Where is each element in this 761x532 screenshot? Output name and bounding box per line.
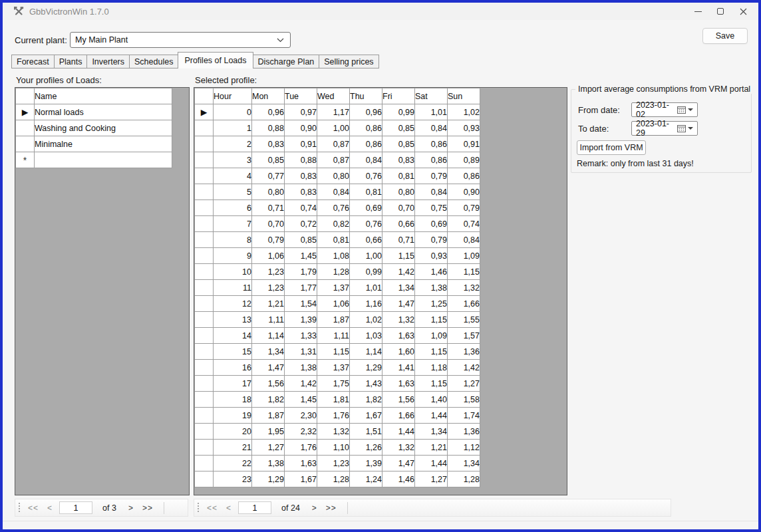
value-cell[interactable]: 1,46 xyxy=(382,471,415,487)
value-cell[interactable]: 1,74 xyxy=(448,408,480,424)
value-cell[interactable]: 1,21 xyxy=(252,296,285,312)
column-header-tue[interactable]: Tue xyxy=(285,88,317,104)
hour-cell[interactable]: 12 xyxy=(214,296,252,312)
value-cell[interactable]: 1,29 xyxy=(350,360,382,376)
value-cell[interactable]: 0,83 xyxy=(285,184,317,200)
row-selector[interactable] xyxy=(195,424,214,440)
value-cell[interactable]: 1,06 xyxy=(317,296,350,312)
value-cell[interactable]: 0,85 xyxy=(252,152,285,168)
hour-cell[interactable]: 14 xyxy=(214,328,252,344)
value-cell[interactable]: 0,76 xyxy=(350,216,382,232)
column-header-sat[interactable]: Sat xyxy=(415,88,448,104)
value-cell[interactable]: 0,83 xyxy=(382,152,415,168)
value-cell[interactable]: 0,79 xyxy=(252,232,285,248)
move-last-button[interactable]: >> xyxy=(324,502,339,514)
move-last-button[interactable]: >> xyxy=(140,502,155,514)
value-cell[interactable]: 1,09 xyxy=(415,328,448,344)
value-cell[interactable]: 1,24 xyxy=(350,471,382,487)
value-cell[interactable]: 0,84 xyxy=(448,232,480,248)
row-selector[interactable] xyxy=(195,168,214,184)
value-cell[interactable]: 0,66 xyxy=(350,232,382,248)
row-selector[interactable] xyxy=(195,392,214,408)
row-selector[interactable] xyxy=(195,232,214,248)
value-cell[interactable]: 1,42 xyxy=(285,376,317,392)
toolstrip-grip[interactable] xyxy=(198,503,199,513)
value-cell[interactable]: 1,27 xyxy=(448,376,480,392)
move-first-button[interactable]: << xyxy=(26,502,41,514)
value-cell[interactable]: 1,39 xyxy=(285,312,317,328)
value-cell[interactable]: 0,88 xyxy=(285,152,317,168)
value-cell[interactable]: 2,30 xyxy=(285,408,317,424)
row-selector[interactable] xyxy=(195,360,214,376)
value-cell[interactable]: 1,02 xyxy=(448,104,480,120)
value-cell[interactable]: 1,55 xyxy=(448,312,480,328)
value-cell[interactable]: 1,87 xyxy=(252,408,285,424)
value-cell[interactable]: 0,93 xyxy=(415,248,448,264)
row-selector[interactable] xyxy=(16,120,35,136)
row-selector[interactable] xyxy=(195,184,214,200)
row-selector[interactable] xyxy=(195,152,214,168)
value-cell[interactable]: 1,03 xyxy=(350,328,382,344)
value-cell[interactable]: 1,67 xyxy=(285,471,317,487)
value-cell[interactable]: 1,47 xyxy=(252,360,285,376)
move-next-button[interactable]: > xyxy=(126,502,136,514)
value-cell[interactable]: 1,37 xyxy=(317,280,350,296)
value-cell[interactable]: 0,96 xyxy=(350,104,382,120)
value-cell[interactable]: 1,14 xyxy=(252,328,285,344)
position-input[interactable] xyxy=(59,501,92,514)
row-selector[interactable] xyxy=(195,264,214,280)
value-cell[interactable]: 1,77 xyxy=(285,280,317,296)
value-cell[interactable]: 0,97 xyxy=(285,104,317,120)
value-cell[interactable]: 1,42 xyxy=(448,360,480,376)
maximize-button[interactable] xyxy=(709,3,732,19)
hour-cell[interactable]: 3 xyxy=(214,152,252,168)
column-header-mon[interactable]: Mon xyxy=(252,88,285,104)
value-cell[interactable]: 0,76 xyxy=(350,168,382,184)
value-cell[interactable]: 1,66 xyxy=(448,296,480,312)
value-cell[interactable]: 1,79 xyxy=(285,264,317,280)
row-selector[interactable] xyxy=(195,312,214,328)
value-cell[interactable]: 1,56 xyxy=(382,392,415,408)
value-cell[interactable]: 1,34 xyxy=(382,280,415,296)
value-cell[interactable]: 1,57 xyxy=(448,328,480,344)
hour-cell[interactable]: 9 xyxy=(214,248,252,264)
value-cell[interactable]: 1,11 xyxy=(317,328,350,344)
value-cell[interactable]: 1,38 xyxy=(415,280,448,296)
position-input[interactable] xyxy=(238,501,271,514)
row-selector[interactable] xyxy=(195,344,214,360)
value-cell[interactable]: 0,81 xyxy=(350,184,382,200)
value-cell[interactable]: 1,26 xyxy=(350,440,382,456)
value-cell[interactable]: 1,28 xyxy=(317,471,350,487)
value-cell[interactable]: 0,85 xyxy=(382,120,415,136)
value-cell[interactable]: 0,83 xyxy=(285,168,317,184)
row-selector[interactable] xyxy=(195,248,214,264)
value-cell[interactable]: 1,32 xyxy=(448,280,480,296)
row-selector[interactable] xyxy=(195,471,214,487)
row-selector[interactable] xyxy=(195,408,214,424)
hour-cell[interactable]: 2 xyxy=(214,136,252,152)
value-cell[interactable]: 1,47 xyxy=(382,296,415,312)
column-header-fri[interactable]: Fri xyxy=(382,88,415,104)
value-cell[interactable]: 2,32 xyxy=(285,424,317,440)
save-button[interactable]: Save xyxy=(702,28,748,44)
value-cell[interactable]: 0,75 xyxy=(415,200,448,216)
value-cell[interactable]: 0,71 xyxy=(252,200,285,216)
value-cell[interactable]: 1,09 xyxy=(448,248,480,264)
value-cell[interactable]: 0,69 xyxy=(350,200,382,216)
hour-cell[interactable]: 17 xyxy=(214,376,252,392)
value-cell[interactable]: 1,36 xyxy=(448,344,480,360)
tab-discharge-plan[interactable]: Discharge Plan xyxy=(253,55,320,68)
row-selector[interactable]: ▶ xyxy=(195,104,214,120)
value-cell[interactable]: 1,51 xyxy=(350,424,382,440)
value-cell[interactable]: 0,80 xyxy=(317,168,350,184)
value-cell[interactable]: 0,82 xyxy=(317,216,350,232)
value-cell[interactable]: 1,43 xyxy=(350,376,382,392)
value-cell[interactable]: 1,15 xyxy=(382,248,415,264)
hour-cell[interactable]: 21 xyxy=(214,440,252,456)
hour-cell[interactable]: 16 xyxy=(214,360,252,376)
value-cell[interactable]: 1,63 xyxy=(382,376,415,392)
value-cell[interactable]: 1,46 xyxy=(415,264,448,280)
value-cell[interactable]: 1,01 xyxy=(415,104,448,120)
column-header-thu[interactable]: Thu xyxy=(350,88,382,104)
value-cell[interactable]: 1,02 xyxy=(350,312,382,328)
